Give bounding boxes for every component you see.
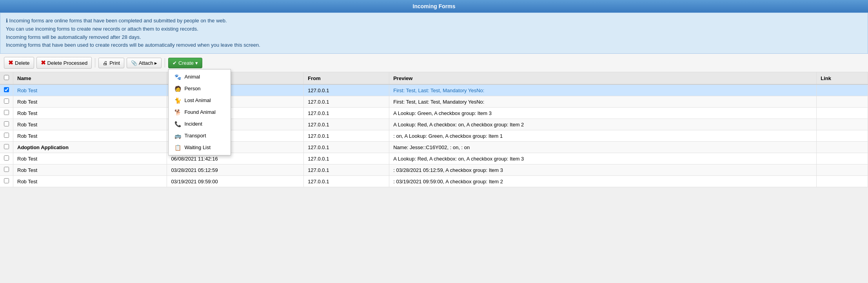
table-row[interactable]: Rob Test03/28/2021 05:12:59127.0.0.1: 03… <box>0 164 868 176</box>
row-from: 127.0.0.1 <box>304 130 389 142</box>
create-dropdown-menu: 🐾 Animal 🧑 Person 🐈 Lost Animal 🐕 Found … <box>168 69 231 155</box>
attach-button[interactable]: 📎 Attach ▸ <box>127 58 162 68</box>
create-label: ✔ Create ▾ <box>173 60 198 66</box>
row-checkbox[interactable] <box>4 121 9 126</box>
row-received: 03/19/2021 09:59:00 <box>167 176 304 187</box>
row-checkbox[interactable] <box>4 144 9 149</box>
header-preview: Preview <box>389 72 817 84</box>
row-link <box>817 130 868 142</box>
row-checkbox[interactable] <box>4 87 9 92</box>
row-from: 127.0.0.1 <box>304 84 389 96</box>
create-button[interactable]: ✔ Create ▾ <box>168 58 202 68</box>
header-link: Link <box>817 72 868 84</box>
toolbar: ✖ Delete ✖ Delete Processed 🖨 Print 📎 At… <box>0 54 868 72</box>
toolbar-divider-2 <box>165 58 165 68</box>
waiting-list-icon: 📋 <box>174 144 181 151</box>
row-preview: Name: Jesse::C16Y002, : on, : on <box>389 142 817 153</box>
title-bar: Incoming Forms <box>0 0 868 13</box>
row-name: Rob Test <box>13 164 167 176</box>
row-link <box>817 153 868 164</box>
row-checkbox[interactable] <box>4 155 9 161</box>
table-row[interactable]: Rob Test07/07/2021 05:...127.0.0.1First:… <box>0 96 868 108</box>
row-checkbox[interactable] <box>4 99 9 104</box>
info-line-3: Incoming forms will be automatically rem… <box>6 33 862 42</box>
person-icon: 🧑 <box>174 85 181 92</box>
row-checkbox[interactable] <box>4 167 9 172</box>
menu-item-transport[interactable]: 🚌 Transport <box>169 130 231 142</box>
row-from: 127.0.0.1 <box>304 119 389 130</box>
menu-item-transport-label: Transport <box>184 133 206 139</box>
row-name: Rob Test <box>13 108 167 119</box>
row-checkbox[interactable] <box>4 178 9 183</box>
row-link <box>817 84 868 96</box>
row-name-link[interactable]: Rob Test <box>17 88 37 93</box>
row-name: Rob Test <box>13 153 167 164</box>
table-row[interactable]: Rob Test06/08/2021 11:42:16127.0.0.1A Lo… <box>0 153 868 164</box>
header-from: From <box>304 72 389 84</box>
table-row[interactable]: Adoption Application06/10/2021 05:57:511… <box>0 142 868 153</box>
row-preview: First: Test, Last: Test, Mandatory YesNo… <box>389 84 817 96</box>
menu-item-person[interactable]: 🧑 Person <box>169 83 231 95</box>
menu-item-lost-animal-label: Lost Animal <box>184 97 211 103</box>
print-icon: 🖨 <box>103 60 108 66</box>
table-row[interactable]: Rob Test07/07/2021 05:...127.0.0.1First:… <box>0 84 868 96</box>
animal-icon: 🐾 <box>174 73 181 80</box>
row-checkbox-cell <box>0 130 13 142</box>
row-checkbox[interactable] <box>4 133 9 138</box>
table-row[interactable]: Rob Test06/11/2021 06:...127.0.0.1A Look… <box>0 108 868 119</box>
info-line-2: You can use incoming forms to create new… <box>6 25 862 33</box>
table-row[interactable]: Rob Test06/11/2021 06:...127.0.0.1A Look… <box>0 119 868 130</box>
row-link <box>817 108 868 119</box>
row-from: 127.0.0.1 <box>304 96 389 108</box>
menu-item-incident[interactable]: 📞 Incident <box>169 118 231 130</box>
row-checkbox-cell <box>0 176 13 187</box>
menu-item-waiting-list[interactable]: 📋 Waiting List <box>169 142 231 153</box>
print-button[interactable]: 🖨 Print <box>98 58 124 68</box>
table-row[interactable]: Rob Test03/19/2021 09:59:00127.0.0.1: 03… <box>0 176 868 187</box>
delete-processed-label: Delete Processed <box>47 60 88 66</box>
row-checkbox-cell <box>0 142 13 153</box>
row-name: Rob Test <box>13 84 167 96</box>
table-body: Rob Test07/07/2021 05:...127.0.0.1First:… <box>0 84 868 187</box>
toolbar-divider-1 <box>95 58 95 68</box>
row-from: 127.0.0.1 <box>304 142 389 153</box>
row-received: 03/28/2021 05:12:59 <box>167 164 304 176</box>
found-animal-icon: 🐕 <box>174 109 181 116</box>
row-name: Adoption Application <box>13 142 167 153</box>
table-header-row: Name Re From Preview Link <box>0 72 868 84</box>
info-banner: ℹ Incoming forms are online forms that h… <box>0 13 868 54</box>
delete-label: Delete <box>15 60 30 66</box>
table-row[interactable]: Rob Test06/10/2021 05:58:42127.0.0.1: on… <box>0 130 868 142</box>
delete-button[interactable]: ✖ Delete <box>4 57 34 69</box>
delete-processed-button[interactable]: ✖ Delete Processed <box>36 57 92 69</box>
row-from: 127.0.0.1 <box>304 108 389 119</box>
delete-icon: ✖ <box>8 59 13 66</box>
create-dropdown-wrapper: ✔ Create ▾ 🐾 Animal 🧑 Person 🐈 Lost Anim… <box>168 58 202 68</box>
info-line-4: Incoming forms that have been used to cr… <box>6 41 862 49</box>
row-from: 127.0.0.1 <box>304 164 389 176</box>
forms-table: Name Re From Preview Link Rob Test07/07/… <box>0 72 868 187</box>
row-preview: : on, A Lookup: Green, A checkbox group:… <box>389 130 817 142</box>
menu-item-incident-label: Incident <box>184 121 202 127</box>
header-checkbox[interactable] <box>0 72 13 84</box>
row-preview: A Lookup: Red, A checkbox: on, A checkbo… <box>389 153 817 164</box>
menu-item-lost-animal[interactable]: 🐈 Lost Animal <box>169 95 231 106</box>
row-name: Rob Test <box>13 176 167 187</box>
row-from: 127.0.0.1 <box>304 153 389 164</box>
row-preview: : 03/19/2021 09:59:00, A checkbox group:… <box>389 176 817 187</box>
table-container: Name Re From Preview Link Rob Test07/07/… <box>0 72 868 187</box>
attach-icon: 📎 <box>131 60 137 66</box>
row-preview-link[interactable]: First: Test, Last: Test, Mandatory YesNo… <box>393 88 484 93</box>
row-link <box>817 119 868 130</box>
header-name: Name <box>13 72 167 84</box>
lost-animal-icon: 🐈 <box>174 97 181 104</box>
menu-item-waiting-list-label: Waiting List <box>184 144 211 150</box>
row-link <box>817 164 868 176</box>
row-name: Rob Test <box>13 96 167 108</box>
menu-item-animal[interactable]: 🐾 Animal <box>169 71 231 83</box>
row-link <box>817 96 868 108</box>
row-checkbox[interactable] <box>4 110 9 115</box>
select-all-checkbox[interactable] <box>4 75 9 80</box>
menu-item-found-animal[interactable]: 🐕 Found Animal <box>169 106 231 118</box>
menu-item-person-label: Person <box>184 86 200 91</box>
